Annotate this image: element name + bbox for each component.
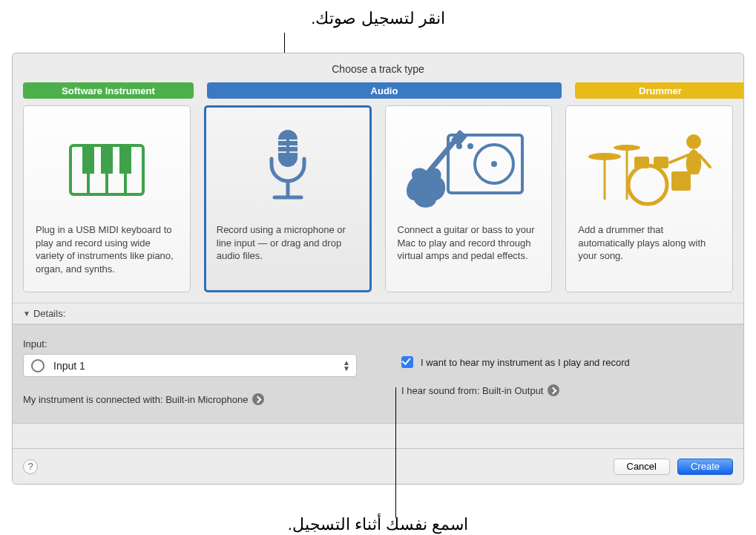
help-button[interactable]: ? bbox=[23, 459, 38, 474]
new-track-panel: Choose a track type Software Instrument … bbox=[12, 53, 744, 485]
keyboard-icon bbox=[36, 116, 178, 223]
input-select-value: Input 1 bbox=[53, 360, 85, 372]
card-mic-desc: Record using a microphone or line input … bbox=[217, 223, 359, 263]
input-channel-icon bbox=[31, 359, 45, 372]
svg-point-18 bbox=[491, 161, 497, 167]
instrument-connection-text: My instrument is connected with: Built-i… bbox=[23, 394, 248, 405]
card-software-desc: Plug in a USB MIDI keyboard to play and … bbox=[36, 223, 178, 275]
card-audio-guitar[interactable]: Connect a guitar or bass to your Mac to … bbox=[385, 105, 553, 292]
input-field-label: Input: bbox=[23, 338, 372, 349]
panel-title: Choose a track type bbox=[13, 53, 743, 82]
input-select[interactable]: Input 1 ▲▼ bbox=[23, 354, 357, 377]
svg-point-27 bbox=[628, 165, 667, 204]
callout-top-text: انقر لتسجيل صوتك. bbox=[0, 9, 756, 28]
card-guitar-desc: Connect a guitar or bass to your Mac to … bbox=[398, 223, 540, 263]
monitoring-checkbox[interactable] bbox=[401, 356, 413, 368]
output-text: I hear sound from: Built-in Output bbox=[401, 385, 543, 396]
output-arrow-icon[interactable] bbox=[548, 384, 559, 396]
panel-footer: ? Cancel Create bbox=[13, 448, 743, 484]
guitar-amp-icon bbox=[398, 116, 540, 223]
svg-rect-30 bbox=[671, 171, 691, 191]
details-header[interactable]: ▼ Details: bbox=[13, 303, 743, 324]
svg-rect-29 bbox=[654, 157, 668, 168]
svg-rect-4 bbox=[82, 145, 94, 174]
microphone-icon bbox=[217, 116, 359, 223]
details-body: Input: Input 1 ▲▼ My instrument is conne… bbox=[13, 324, 743, 424]
card-software-instrument[interactable]: Plug in a USB MIDI keyboard to play and … bbox=[23, 105, 191, 292]
svg-rect-6 bbox=[119, 145, 131, 174]
category-tabs: Software Instrument Audio Drummer bbox=[13, 82, 743, 99]
details-label: Details: bbox=[33, 308, 65, 319]
card-drummer[interactable]: Add a drummer that automatically plays a… bbox=[565, 105, 733, 292]
instrument-connection-arrow-icon[interactable] bbox=[252, 393, 264, 405]
select-chevrons-icon: ▲▼ bbox=[343, 360, 350, 372]
tab-drummer: Drummer bbox=[575, 82, 744, 99]
cancel-button[interactable]: Cancel bbox=[614, 459, 670, 475]
callout-line-top bbox=[284, 33, 285, 53]
callout-line-bottom bbox=[395, 387, 396, 518]
monitoring-checkbox-label: I want to hear my instrument as I play a… bbox=[421, 357, 630, 368]
callout-bottom-text: اسمع نفسك أثناء التسجيل. bbox=[0, 515, 756, 534]
create-button[interactable]: Create bbox=[677, 459, 733, 475]
disclosure-triangle-icon[interactable]: ▼ bbox=[23, 309, 30, 318]
tab-audio: Audio bbox=[207, 82, 562, 99]
svg-point-20 bbox=[467, 143, 473, 149]
card-drummer-desc: Add a drummer that automatically plays a… bbox=[578, 223, 720, 263]
tab-software-instrument: Software Instrument bbox=[23, 82, 194, 99]
card-audio-mic[interactable]: Record using a microphone or line input … bbox=[204, 105, 372, 292]
svg-rect-7 bbox=[278, 130, 298, 167]
drummer-icon bbox=[578, 116, 720, 223]
svg-rect-28 bbox=[634, 157, 649, 168]
svg-rect-5 bbox=[101, 145, 113, 174]
svg-line-32 bbox=[670, 155, 688, 163]
track-type-cards: Plug in a USB MIDI keyboard to play and … bbox=[13, 99, 743, 303]
svg-point-31 bbox=[686, 134, 701, 149]
